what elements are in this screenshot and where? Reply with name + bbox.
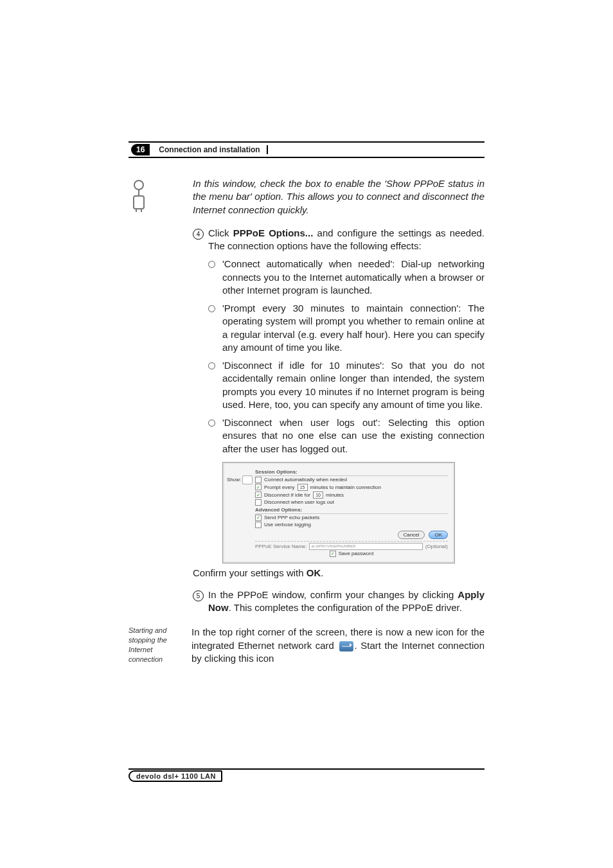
show-select[interactable]	[242, 475, 253, 484]
service-name-hint: (Optional)	[425, 544, 448, 549]
footer-product-badge: devolo dsl+ 1100 LAN	[129, 770, 222, 782]
step5-pre: In the PPPoE window, confirm your change…	[208, 589, 458, 600]
verbose-label: Use verbose logging	[264, 522, 311, 527]
starting-paragraph: In the top right corner of the screen, t…	[191, 626, 484, 665]
note-pin-icon	[129, 177, 167, 217]
svg-point-0	[134, 181, 143, 190]
margin-caption: Starting and stopping the Internet conne…	[129, 626, 191, 665]
step4-bold: PPPoE Options...	[233, 227, 314, 238]
step4-pre: Click	[208, 227, 233, 238]
service-name-label: PPPoE Service Name:	[255, 544, 306, 549]
bullet-disconnect-idle: 'Disconnect if idle for 10 minutes': So …	[208, 359, 484, 411]
ethernet-card-icon	[339, 641, 353, 651]
prompt-post: minutes to maintain connection	[310, 484, 381, 490]
footer-rule	[129, 768, 484, 770]
service-name-input[interactable]: at dtPROVIDERNUMBER	[309, 543, 422, 550]
advanced-options-title: Advanced Options:	[255, 507, 448, 514]
idle-pre: Disconnect if idle for	[264, 492, 310, 498]
header-divider	[267, 145, 268, 154]
page-header: 16 Connection and installation	[129, 141, 484, 158]
svg-rect-1	[134, 196, 144, 209]
step-5: 5 In the PPPoE window, confirm your chan…	[193, 589, 484, 615]
session-options-title: Session Options:	[255, 469, 448, 476]
page-number: 16	[131, 144, 150, 155]
bullet-disconnect-logout: 'Disconnect when user logs out': Selecti…	[208, 416, 484, 456]
step-4: 4 Click PPPoE Options... and configure t…	[193, 227, 484, 253]
prompt-pre: Prompt every	[264, 484, 295, 490]
echo-label: Send PPP echo packets	[264, 515, 319, 520]
save-password-checkbox[interactable]	[330, 551, 336, 557]
bullet-marker-icon	[208, 305, 215, 312]
bullet-text-2: 'Disconnect if idle for 10 minutes': So …	[222, 359, 484, 411]
prompt-minutes-input[interactable]: 15	[298, 484, 308, 491]
bullet-text-3: 'Disconnect when user logs out': Selecti…	[222, 416, 484, 456]
verbose-checkbox[interactable]	[255, 522, 262, 528]
idle-checkbox[interactable]	[255, 492, 262, 498]
cancel-button[interactable]: Cancel	[398, 531, 425, 539]
connect-auto-label: Connect automatically when needed	[264, 477, 347, 483]
save-password-label: Save password	[339, 551, 374, 556]
idle-post: minutes	[326, 492, 344, 498]
step-number-5: 5	[193, 590, 204, 601]
note-text: In this window, check the box to enable …	[193, 177, 484, 217]
prompt-checkbox[interactable]	[255, 484, 262, 490]
echo-checkbox[interactable]	[255, 515, 262, 521]
chapter-title: Connection and installation	[159, 145, 260, 154]
step-number-4: 4	[193, 229, 204, 240]
ok-button[interactable]: OK	[429, 531, 448, 539]
confirm-bold: OK	[306, 567, 321, 578]
bullet-marker-icon	[208, 261, 215, 268]
connect-auto-checkbox[interactable]	[255, 477, 262, 483]
bullet-connect-auto: 'Connect automatically when needed': Dia…	[208, 258, 484, 297]
pppoe-options-screenshot: Show: Session Options: Connect automatic…	[222, 462, 455, 563]
confirm-line: Confirm your settings with OK.	[193, 567, 484, 578]
logout-label: Disconnect when user logs out	[264, 499, 334, 505]
bullet-text-1: 'Prompt every 30 minutes to maintain con…	[222, 302, 484, 354]
bullet-marker-icon	[208, 362, 215, 369]
confirm-pre: Confirm your settings with	[193, 567, 306, 578]
confirm-post: .	[321, 567, 323, 578]
idle-minutes-input[interactable]: 10	[313, 492, 323, 499]
show-label: Show:	[227, 477, 241, 483]
step5-post: . This completes the configuration of th…	[229, 602, 462, 613]
logout-checkbox[interactable]	[255, 499, 262, 506]
bullet-marker-icon	[208, 420, 215, 427]
bullet-prompt: 'Prompt every 30 minutes to maintain con…	[208, 302, 484, 354]
bullet-text-0: 'Connect automatically when needed': Dia…	[222, 258, 484, 297]
